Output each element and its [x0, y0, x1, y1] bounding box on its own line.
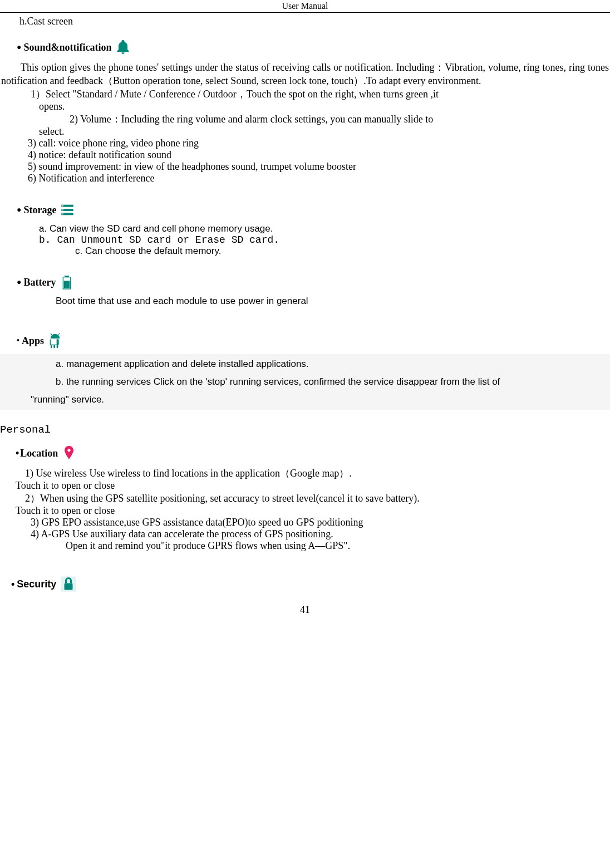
bullet-icon: ●: [17, 43, 21, 52]
cast-screen-line: h.Cast screen: [19, 16, 610, 27]
sound-item-2b: select.: [39, 126, 610, 138]
location-item-4b: Open it and remind you"it produce GPRS f…: [66, 540, 610, 552]
bullet-icon: •: [17, 336, 19, 345]
location-item-3: 3) GPS EPO assistance,use GPS assistance…: [31, 517, 610, 528]
battery-icon: [58, 273, 76, 291]
location-touch-2: Touch it to open or close: [16, 505, 610, 517]
bullet-icon: ●: [17, 278, 21, 287]
sound-item-4: 4) notice: default notification sound: [28, 149, 610, 161]
sound-item-3: 3) call: voice phone ring, video phone r…: [28, 138, 610, 149]
security-section-header: • Security: [11, 574, 610, 594]
storage-section-header: ● Storage: [17, 201, 610, 219]
sound-item-5: 5) sound improvement: in view of the hea…: [28, 161, 610, 173]
location-title: Location: [20, 448, 58, 459]
sound-item-6: 6) Notification and interference: [28, 173, 610, 184]
apps-title: Apps: [22, 335, 44, 347]
svg-point-3: [62, 205, 63, 207]
sound-item-1b: opens.: [39, 101, 610, 112]
svg-rect-8: [64, 281, 70, 288]
storage-item-a: a. Can view the SD card and cell phone m…: [39, 223, 610, 234]
apps-item-b: b. the running services Click on the 'st…: [56, 373, 610, 391]
storage-title: Storage: [23, 204, 56, 216]
apps-item-a: a. management application and delete ins…: [56, 355, 610, 373]
personal-heading: Personal: [0, 424, 610, 436]
location-item-2: 2）When using the GPS satellite positioni…: [25, 492, 610, 505]
svg-rect-12: [65, 583, 73, 590]
location-touch-1: Touch it to open or close: [16, 480, 610, 492]
storage-item-b: b. Can Unmount SD card or Erase SD card.: [39, 234, 610, 246]
page-header: User Manual: [0, 0, 610, 13]
battery-section-header: ● Battery: [17, 273, 610, 291]
storage-item-c: c. Can choose the default memory.: [75, 246, 610, 257]
battery-title: Battery: [23, 277, 56, 288]
location-pin-icon: [60, 444, 78, 462]
security-title: Security: [17, 578, 56, 590]
location-item-1: 1) Use wireless Use wireless to find loc…: [25, 467, 610, 480]
bullet-icon: ●: [17, 205, 21, 214]
sound-section-header: ● Sound&nottification: [17, 38, 610, 56]
bullet-icon: •: [11, 578, 14, 590]
bell-icon: [114, 38, 132, 56]
location-section-header: • Location: [16, 444, 610, 462]
sound-item-1a: 1）Select "Standard / Mute / Conference /…: [31, 87, 610, 101]
sound-item-2a: 2) Volume：Including the ring volume and …: [70, 112, 610, 126]
sound-title: Sound&nottification: [23, 42, 111, 53]
battery-desc: Boot time that use and each module to us…: [56, 296, 610, 307]
bullet-icon: •: [16, 448, 19, 459]
svg-point-4: [62, 209, 63, 210]
android-icon: [46, 332, 64, 350]
page-number: 41: [0, 604, 610, 616]
header-title: User Manual: [282, 1, 328, 11]
location-item-4: 4) A-GPS Use auxiliary data can accelera…: [31, 528, 610, 540]
lock-icon: [58, 574, 78, 594]
storage-icon: [58, 201, 76, 219]
sound-intro: This option gives the phone tones' setti…: [1, 61, 609, 87]
apps-item-b2: "running" service.: [31, 391, 610, 409]
svg-point-5: [62, 213, 63, 214]
apps-section-header: • Apps: [17, 332, 610, 350]
